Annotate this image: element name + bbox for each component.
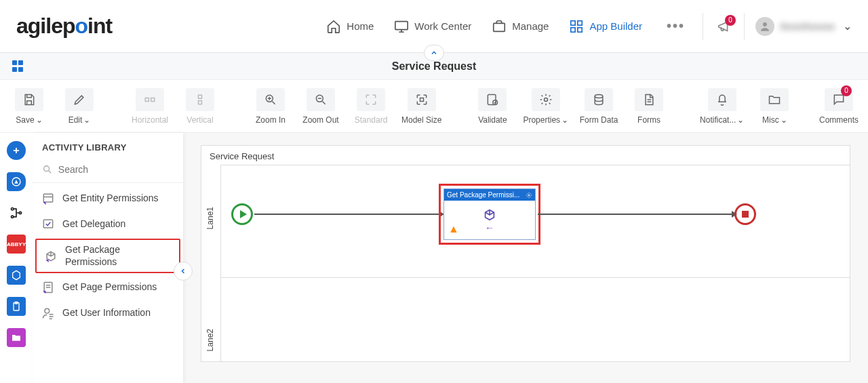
svg-rect-2 (571, 20, 575, 24)
notifications-badge: 0 (725, 15, 736, 26)
rail-abbyy-icon[interactable]: ABBYY (7, 235, 26, 254)
comments-button[interactable]: 0 Comments (819, 88, 859, 125)
user-menu[interactable]: XxxxXxxxxx ⌄ (744, 13, 852, 40)
comments-badge: 0 (841, 85, 852, 96)
lib-item-get-page-permissions[interactable]: Get Page Permissions (33, 275, 183, 300)
lib-item-get-user-information[interactable]: Get User Information (33, 300, 183, 326)
svg-rect-7 (145, 98, 149, 101)
zoom-in-button[interactable]: Zoom In (251, 88, 290, 125)
package-icon: ← (481, 207, 498, 233)
misc-button[interactable]: Misc ⌄ (755, 88, 794, 125)
username-label: XxxxXxxxxx (780, 21, 835, 32)
nav-app-builder[interactable]: App Builder (569, 19, 642, 34)
svg-rect-26 (43, 220, 52, 228)
align-horizontal-icon (143, 93, 157, 106)
svg-point-16 (544, 98, 547, 101)
activity-highlight-frame: Get Package Permissi... ▲ ← (439, 184, 540, 245)
avatar-icon (755, 17, 774, 36)
save-button[interactable]: Save ⌄ (9, 88, 49, 125)
canvas-title: Service Request (210, 151, 274, 161)
process-canvas[interactable]: Service Request Lane1 Lane2 Get Package … (201, 145, 850, 362)
svg-point-29 (528, 194, 530, 196)
search-icon (42, 163, 53, 176)
lane2-label: Lane2 (205, 329, 215, 351)
activity-get-package-permissions[interactable]: Get Package Permissi... ▲ ← (443, 188, 536, 240)
lib-item-get-delegation[interactable]: Get Delegation (33, 211, 183, 237)
svg-rect-10 (199, 100, 202, 104)
form-data-button[interactable]: Form Data (579, 88, 618, 125)
notifications-button-toolbar[interactable]: Notificat... ⌄ (700, 88, 744, 125)
rail-connectors-icon[interactable] (7, 203, 26, 222)
model-size-button[interactable]: Model Size (401, 88, 441, 125)
nav-work-center[interactable]: Work Center (394, 19, 471, 34)
svg-point-24 (44, 166, 50, 172)
edge-1 (254, 214, 439, 215)
folder-icon (768, 93, 781, 106)
lane1-label: Lane1 (205, 207, 215, 229)
nav-work-center-label: Work Center (414, 20, 471, 32)
edit-button[interactable]: Edit ⌄ (60, 88, 99, 125)
apps-grid-icon[interactable] (12, 60, 24, 73)
vertical-button[interactable]: Vertical (180, 88, 220, 125)
document-icon (642, 93, 656, 106)
bell-icon (715, 93, 729, 106)
end-node[interactable] (734, 203, 756, 225)
save-icon (22, 93, 36, 106)
svg-point-28 (45, 308, 50, 313)
rail-data-icon[interactable] (7, 266, 26, 285)
chevron-down-icon: ⌄ (83, 115, 90, 125)
rail-add-button[interactable] (7, 141, 26, 160)
collapse-titlebar-button[interactable] (424, 45, 444, 61)
nav-home-label: Home (347, 20, 374, 32)
gear-icon (539, 93, 553, 106)
nav-manage-label: Manage (512, 20, 549, 32)
nav-home[interactable]: Home (326, 19, 374, 34)
user-info-icon (41, 306, 56, 321)
delegation-icon (41, 217, 56, 232)
rail-folder-icon[interactable] (7, 328, 26, 347)
process-canvas-container: Service Request Lane1 Lane2 Get Package … (183, 133, 868, 383)
activity-label: Get Package Permissi... (447, 191, 519, 199)
lib-item-get-entity-permissions[interactable]: Get Entity Permissions (33, 186, 183, 211)
properties-button[interactable]: Properties ⌄ (523, 88, 568, 125)
notifications-button[interactable]: 0 (717, 19, 732, 34)
page-title: Service Request (392, 60, 477, 73)
svg-rect-4 (571, 27, 575, 31)
svg-rect-8 (151, 98, 155, 101)
chevron-down-icon: ⌄ (36, 115, 43, 125)
start-node[interactable] (231, 203, 253, 225)
align-vertical-icon (193, 93, 207, 106)
validate-icon (486, 93, 499, 106)
search-input[interactable] (58, 164, 174, 175)
sidebar-search[interactable] (33, 159, 183, 183)
forms-button[interactable]: Forms (629, 88, 669, 125)
svg-point-20 (12, 216, 14, 218)
nav-manage[interactable]: Manage (492, 19, 549, 34)
zoom-out-button[interactable]: Zoom Out (301, 88, 340, 125)
svg-point-6 (763, 22, 767, 26)
nav-more-menu[interactable]: ••• (663, 18, 689, 34)
left-rail: ABBYY (0, 133, 33, 383)
validate-button[interactable]: Validate (473, 88, 512, 125)
chevron-down-icon: ⌄ (561, 115, 568, 125)
gear-icon[interactable] (526, 192, 532, 199)
lib-item-get-package-permissions[interactable]: Get Package Permissions (35, 239, 180, 273)
sidebar-header: ACTIVITY LIBRARY (33, 133, 183, 159)
svg-rect-5 (578, 27, 582, 31)
collapse-sidebar-button[interactable] (174, 262, 193, 281)
title-bar: Service Request (0, 53, 868, 80)
svg-rect-1 (494, 23, 505, 31)
expand-icon (415, 93, 429, 106)
chevron-down-icon: ⌄ (781, 115, 787, 125)
svg-rect-9 (199, 95, 202, 98)
svg-point-17 (595, 94, 603, 98)
chevron-down-icon: ⌄ (843, 20, 852, 33)
package-permissions-icon (43, 249, 58, 264)
standard-button[interactable]: Standard (351, 88, 391, 125)
rail-clipboard-icon[interactable] (7, 297, 26, 316)
main-area: ABBYY ACTIVITY LIBRARY Get Entity Permis… (0, 133, 868, 383)
zoom-out-icon (314, 93, 328, 106)
rail-agilepoint-icon[interactable] (7, 172, 26, 191)
horizontal-button[interactable]: Horizontal (130, 88, 170, 125)
warning-icon: ▲ (448, 223, 459, 235)
